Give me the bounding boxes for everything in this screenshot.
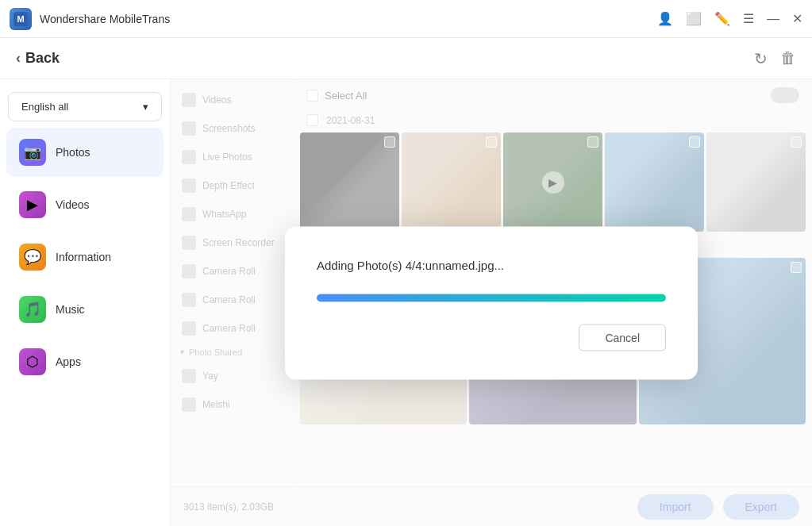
progress-bar-fill <box>317 294 666 301</box>
sidebar-item-videos[interactable]: ▶ Videos <box>6 180 164 229</box>
app-title: Wondershare MobileTrans <box>40 13 170 25</box>
sidebar-item-photos-label: Photos <box>56 146 90 159</box>
language-dropdown-label: English all <box>21 101 68 113</box>
music-icon: 🎵 <box>19 296 46 323</box>
photos-icon: 📷 <box>19 139 46 166</box>
edit-icon[interactable]: ✏️ <box>714 11 730 26</box>
close-icon[interactable]: ✕ <box>792 11 802 26</box>
back-button[interactable]: ‹ Back <box>16 50 60 67</box>
progress-bar-track <box>317 294 666 301</box>
person-icon[interactable]: 👤 <box>657 11 673 26</box>
refresh-icon[interactable]: ↻ <box>754 49 768 68</box>
back-bar: ‹ Back ↻ 🗑 <box>0 38 812 79</box>
language-dropdown[interactable]: English all ▾ <box>8 92 162 121</box>
modal-actions: Cancel <box>317 324 666 351</box>
progress-modal: Adding Photo(s) 4/4:unnamed.jpg... Cance… <box>285 226 698 379</box>
sidebar: English all ▾ 📷 Photos ▶ Videos 💬 Inform… <box>0 79 171 526</box>
back-actions: ↻ 🗑 <box>754 49 796 68</box>
apps-icon: ⬡ <box>19 348 46 375</box>
title-bar: M Wondershare MobileTrans 👤 ⬜ ✏️ ☰ — ✕ <box>0 0 812 38</box>
sidebar-item-photos[interactable]: 📷 Photos <box>6 128 164 177</box>
title-bar-left: M Wondershare MobileTrans <box>10 8 170 30</box>
sidebar-item-apps-label: Apps <box>56 355 81 368</box>
sidebar-item-information[interactable]: 💬 Information <box>6 232 164 282</box>
content-panel: Videos Screenshots Live Photos Depth Eff… <box>171 79 812 526</box>
sidebar-item-apps[interactable]: ⬡ Apps <box>6 337 164 386</box>
main-layout: English all ▾ 📷 Photos ▶ Videos 💬 Inform… <box>0 79 812 526</box>
back-arrow-icon: ‹ <box>16 50 21 67</box>
app-icon: M <box>10 8 32 30</box>
delete-icon[interactable]: 🗑 <box>780 49 796 68</box>
minimize-icon[interactable]: — <box>767 12 779 26</box>
title-bar-controls: 👤 ⬜ ✏️ ☰ — ✕ <box>657 11 802 26</box>
menu-icon[interactable]: ☰ <box>743 11 754 26</box>
svg-text:M: M <box>17 14 24 24</box>
sidebar-item-music-label: Music <box>56 303 85 316</box>
back-label: Back <box>25 50 60 67</box>
sidebar-item-videos-label: Videos <box>56 198 90 211</box>
chevron-down-icon: ▾ <box>143 101 148 113</box>
sidebar-item-music[interactable]: 🎵 Music <box>6 285 164 334</box>
videos-icon: ▶ <box>19 191 46 218</box>
sidebar-item-information-label: Information <box>56 251 111 263</box>
information-icon: 💬 <box>19 244 46 271</box>
cancel-button[interactable]: Cancel <box>579 324 666 351</box>
modal-message: Adding Photo(s) 4/4:unnamed.jpg... <box>317 258 666 271</box>
bookmark-icon[interactable]: ⬜ <box>686 11 702 26</box>
